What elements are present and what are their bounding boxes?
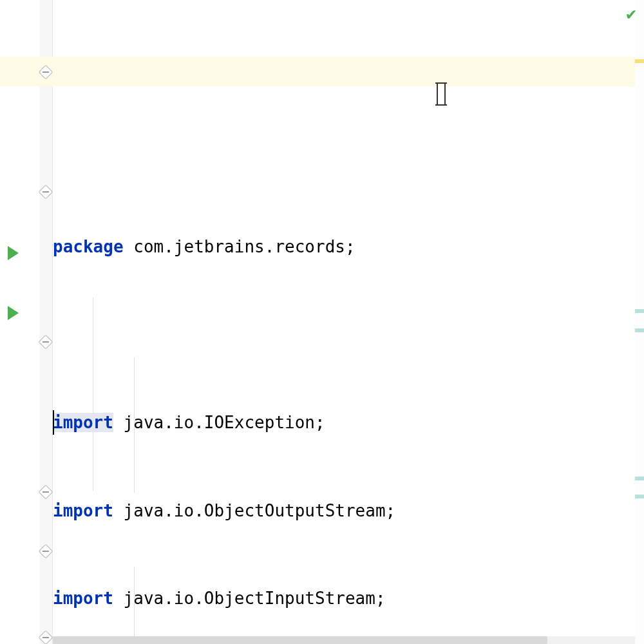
caret-icon [53,410,54,435]
run-gutter-icon[interactable] [8,246,19,260]
code-line: import java.io.ObjectOutputStream; [53,496,644,526]
current-line-highlight [53,57,635,86]
horizontal-scrollbar[interactable] [53,636,635,644]
marker-warning-icon[interactable] [635,59,644,63]
marker-info-icon[interactable] [635,309,644,313]
marker-info-icon[interactable] [635,477,644,480]
keyword: import [53,501,113,520]
run-gutter-icon[interactable] [8,306,19,320]
import-name: java.io.ObjectInputStream [124,589,375,608]
code-line: import java.io.IOException; [53,408,644,438]
import-name: java.io.ObjectOutputStream [124,501,386,520]
import-name: java.io.IOException [124,413,315,432]
scrollbar-thumb[interactable] [53,636,547,644]
inspection-ok-icon[interactable]: ✔ [626,4,636,23]
editor-gutter [0,0,53,644]
code-line [53,320,644,350]
keyword: import [53,589,113,608]
code-line: import java.io.ObjectInputStream; [53,583,644,614]
text-cursor-icon [437,84,446,104]
code-line: package com.jetbrains.records; [53,232,644,262]
code-editor[interactable]: ✔ package com.jetbrains.records; import … [0,0,644,644]
package-name: com.jetbrains.records [133,237,345,256]
keyword: import [53,413,113,432]
code-text-area[interactable]: ✔ package com.jetbrains.records; import … [53,0,644,644]
keyword: package [53,237,124,256]
